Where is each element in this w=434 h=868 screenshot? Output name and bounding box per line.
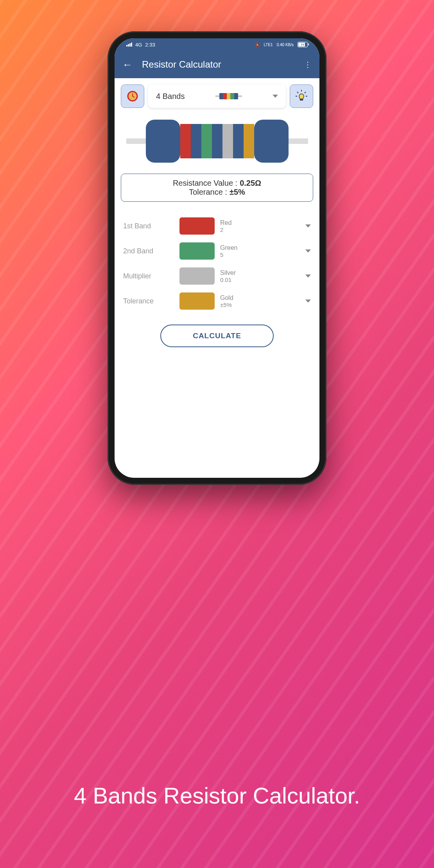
band-swatch [179, 267, 215, 285]
app-title: Resistor Calculator [142, 59, 295, 70]
tolerance-label: Tolerance : [189, 188, 227, 197]
band-selector-row[interactable]: Tolerance Gold ±5% [121, 292, 313, 310]
chevron-down-icon [305, 224, 311, 228]
more-icon[interactable]: ⋯ [303, 61, 313, 68]
band-color-value: 5 [220, 251, 300, 258]
band-color-value: 0.01 [220, 276, 300, 283]
svg-line-2 [297, 92, 298, 93]
back-icon[interactable]: ← [122, 59, 133, 71]
promo-caption: 4 Bands Resistor Calculator. [0, 782, 434, 809]
network-type: 4G [135, 42, 142, 48]
battery-icon: 77 [298, 42, 308, 47]
band-count-selector[interactable]: 4 Bands [148, 84, 286, 108]
mute-icon: 🔕 [255, 43, 260, 47]
calculate-button[interactable]: CALCULATE [160, 325, 274, 347]
band-swatch [179, 292, 215, 310]
phone-frame: 4G 2:33 🔕 LTE1 0.40 KB/s 77 ← Resistor C… [108, 31, 326, 485]
band-label: Tolerance [123, 297, 174, 305]
band-count-label: 4 Bands [156, 92, 185, 101]
band-color-name: Green [220, 244, 300, 251]
resistor-stripe [201, 124, 212, 158]
resistance-label: Resistance Value : [173, 179, 237, 188]
history-button[interactable] [121, 84, 144, 108]
mini-resistor-icon [192, 93, 265, 99]
chevron-down-icon [305, 274, 311, 278]
status-time: 2:33 [145, 42, 155, 48]
band-swatch [179, 217, 215, 235]
resistor-diagram [121, 120, 313, 163]
result-box: Resistance Value : 0.25Ω Tolerance : ±5% [121, 174, 313, 202]
resistor-stripe [180, 124, 191, 158]
band-label: Multiplier [123, 272, 174, 280]
svg-line-3 [305, 92, 306, 93]
band-color-name: Silver [220, 269, 300, 276]
tips-button[interactable] [290, 84, 313, 108]
tolerance-value: ±5% [230, 188, 245, 197]
resistor-stripe [244, 124, 254, 158]
lte-label: LTE1 [264, 43, 273, 47]
band-selector-row[interactable]: 2nd Band Green 5 [121, 242, 313, 260]
svg-rect-6 [300, 99, 303, 100]
phone-screen: 4G 2:33 🔕 LTE1 0.40 KB/s 77 ← Resistor C… [115, 38, 319, 478]
band-selector-row[interactable]: 1st Band Red 2 [121, 217, 313, 235]
app-bar: ← Resistor Calculator ⋯ [115, 51, 319, 78]
resistor-stripe [191, 124, 201, 158]
resistor-stripe [222, 124, 233, 158]
speed-label: 0.40 KB/s [277, 43, 294, 47]
chevron-down-icon [305, 299, 311, 303]
band-label: 1st Band [123, 222, 174, 230]
resistor-stripe [212, 124, 222, 158]
band-color-value: ±5% [220, 301, 300, 308]
chevron-down-icon [273, 95, 278, 98]
chevron-down-icon [305, 249, 311, 253]
band-color-name: Gold [220, 294, 300, 301]
band-swatch [179, 242, 215, 260]
band-selector-row[interactable]: Multiplier Silver 0.01 [121, 267, 313, 285]
resistor-stripe [233, 124, 244, 158]
band-color-value: 2 [220, 226, 300, 233]
resistance-value: 0.25Ω [240, 179, 261, 188]
band-label: 2nd Band [123, 247, 174, 255]
band-color-name: Red [220, 219, 300, 226]
signal-icon [126, 43, 132, 47]
status-bar: 4G 2:33 🔕 LTE1 0.40 KB/s 77 [115, 38, 319, 51]
